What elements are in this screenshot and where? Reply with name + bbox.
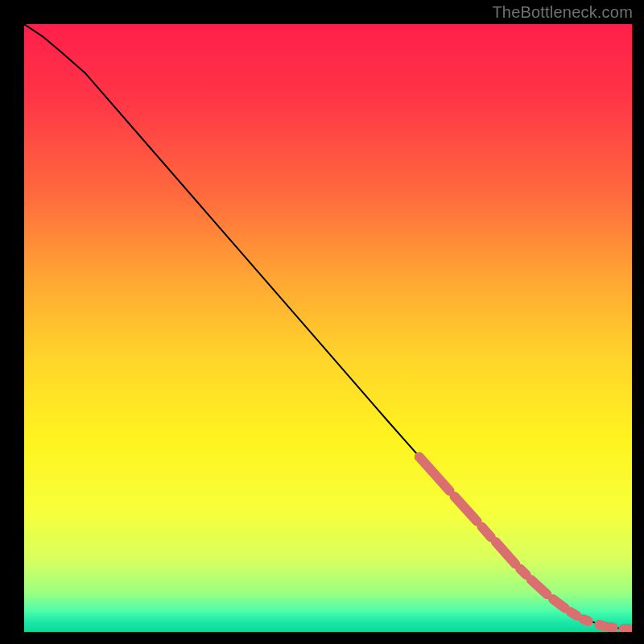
- curve-marker: [482, 526, 491, 537]
- curve-marker: [571, 612, 577, 616]
- curve-marker: [609, 627, 613, 628]
- curve-marker: [599, 625, 604, 626]
- chart-stage: TheBottleneck.com: [0, 0, 644, 644]
- curve-marker: [584, 619, 588, 621]
- gradient-background: [24, 24, 632, 632]
- curve-marker: [520, 568, 526, 575]
- watermark-text: TheBottleneck.com: [492, 3, 633, 22]
- chart-svg: [24, 24, 632, 632]
- plot-area: [24, 24, 632, 632]
